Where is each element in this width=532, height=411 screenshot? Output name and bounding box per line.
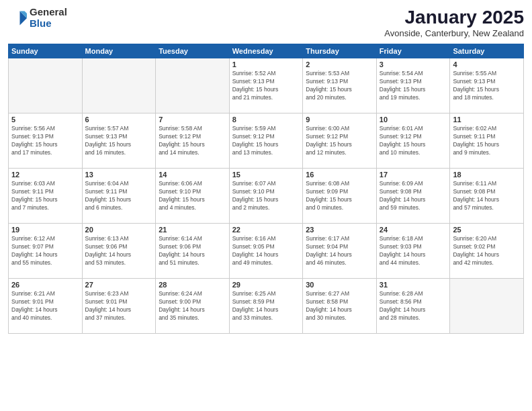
day-number: 21 [159, 226, 226, 234]
day-info: Sunrise: 6:12 AM Sunset: 9:07 PM Dayligh… [11, 235, 79, 267]
day-number: 8 [232, 116, 300, 124]
logo: General Blue [8, 7, 67, 29]
day-info: Sunrise: 5:53 AM Sunset: 9:13 PM Dayligh… [306, 70, 373, 102]
day-number: 27 [85, 281, 153, 289]
calendar-table: SundayMondayTuesdayWednesdayThursdayFrid… [8, 44, 524, 334]
week-row-1: 5Sunrise: 5:56 AM Sunset: 9:13 PM Daylig… [9, 113, 524, 169]
day-number: 15 [232, 171, 300, 179]
day-cell: 8Sunrise: 5:59 AM Sunset: 9:12 PM Daylig… [229, 113, 303, 169]
day-cell [156, 58, 230, 113]
day-number: 7 [159, 116, 226, 124]
day-info: Sunrise: 6:24 AM Sunset: 9:00 PM Dayligh… [159, 290, 226, 322]
day-cell: 19Sunrise: 6:12 AM Sunset: 9:07 PM Dayli… [9, 224, 83, 279]
day-number: 3 [380, 60, 447, 68]
day-cell [450, 279, 524, 334]
day-cell: 13Sunrise: 6:04 AM Sunset: 9:11 PM Dayli… [82, 169, 156, 224]
day-number: 24 [380, 226, 447, 234]
day-number: 26 [11, 281, 79, 289]
day-number: 4 [453, 60, 521, 68]
day-cell: 27Sunrise: 6:23 AM Sunset: 9:01 PM Dayli… [82, 279, 156, 334]
day-cell: 28Sunrise: 6:24 AM Sunset: 9:00 PM Dayli… [156, 279, 230, 334]
day-info: Sunrise: 5:59 AM Sunset: 9:12 PM Dayligh… [232, 125, 300, 157]
day-cell [82, 58, 156, 113]
day-info: Sunrise: 6:08 AM Sunset: 9:09 PM Dayligh… [306, 180, 373, 212]
day-number: 14 [159, 171, 226, 179]
day-cell [9, 58, 83, 113]
day-number: 19 [11, 226, 79, 234]
day-number: 6 [85, 116, 153, 124]
day-number: 5 [11, 116, 79, 124]
weekday-header-row: SundayMondayTuesdayWednesdayThursdayFrid… [9, 44, 524, 58]
day-info: Sunrise: 5:56 AM Sunset: 9:13 PM Dayligh… [11, 125, 79, 157]
logo-blue-text: Blue [30, 18, 67, 30]
day-info: Sunrise: 6:25 AM Sunset: 8:59 PM Dayligh… [232, 290, 300, 322]
day-number: 9 [306, 116, 373, 124]
day-cell: 18Sunrise: 6:11 AM Sunset: 9:08 PM Dayli… [450, 169, 524, 224]
day-number: 13 [85, 171, 153, 179]
day-number: 2 [306, 60, 373, 68]
week-row-3: 19Sunrise: 6:12 AM Sunset: 9:07 PM Dayli… [9, 224, 524, 279]
day-info: Sunrise: 6:18 AM Sunset: 9:03 PM Dayligh… [380, 235, 447, 267]
weekday-header-monday: Monday [82, 44, 156, 58]
day-cell: 15Sunrise: 6:07 AM Sunset: 9:10 PM Dayli… [229, 169, 303, 224]
day-number: 17 [380, 171, 447, 179]
weekday-header-thursday: Thursday [303, 44, 377, 58]
day-info: Sunrise: 6:14 AM Sunset: 9:06 PM Dayligh… [159, 235, 226, 267]
day-info: Sunrise: 6:20 AM Sunset: 9:02 PM Dayligh… [453, 235, 521, 267]
day-number: 10 [380, 116, 447, 124]
day-info: Sunrise: 6:16 AM Sunset: 9:05 PM Dayligh… [232, 235, 300, 267]
day-number: 18 [453, 171, 521, 179]
day-cell: 11Sunrise: 6:02 AM Sunset: 9:11 PM Dayli… [450, 113, 524, 169]
day-info: Sunrise: 5:54 AM Sunset: 9:13 PM Dayligh… [380, 70, 447, 102]
day-cell: 29Sunrise: 6:25 AM Sunset: 8:59 PM Dayli… [229, 279, 303, 334]
day-cell: 2Sunrise: 5:53 AM Sunset: 9:13 PM Daylig… [303, 58, 377, 113]
day-cell: 23Sunrise: 6:17 AM Sunset: 9:04 PM Dayli… [303, 224, 377, 279]
day-cell: 25Sunrise: 6:20 AM Sunset: 9:02 PM Dayli… [450, 224, 524, 279]
page: General Blue January 2025 Avonside, Cant… [0, 0, 532, 411]
day-cell: 26Sunrise: 6:21 AM Sunset: 9:01 PM Dayli… [9, 279, 83, 334]
day-number: 25 [453, 226, 521, 234]
day-info: Sunrise: 6:13 AM Sunset: 9:06 PM Dayligh… [85, 235, 153, 267]
day-number: 29 [232, 281, 300, 289]
day-cell: 12Sunrise: 6:03 AM Sunset: 9:11 PM Dayli… [9, 169, 83, 224]
day-number: 22 [232, 226, 300, 234]
day-cell: 31Sunrise: 6:28 AM Sunset: 8:56 PM Dayli… [376, 279, 450, 334]
day-cell: 7Sunrise: 5:58 AM Sunset: 9:12 PM Daylig… [156, 113, 230, 169]
day-number: 20 [85, 226, 153, 234]
day-info: Sunrise: 6:28 AM Sunset: 8:56 PM Dayligh… [380, 290, 447, 322]
title-block: January 2025 Avonside, Canterbury, New Z… [384, 7, 524, 38]
logo-text: General Blue [30, 7, 67, 29]
weekday-header-friday: Friday [376, 44, 450, 58]
day-cell: 20Sunrise: 6:13 AM Sunset: 9:06 PM Dayli… [82, 224, 156, 279]
week-row-0: 1Sunrise: 5:52 AM Sunset: 9:13 PM Daylig… [9, 58, 524, 113]
day-cell: 17Sunrise: 6:09 AM Sunset: 9:08 PM Dayli… [376, 169, 450, 224]
day-cell: 14Sunrise: 6:06 AM Sunset: 9:10 PM Dayli… [156, 169, 230, 224]
logo-general-text: General [30, 7, 67, 18]
weekday-header-sunday: Sunday [9, 44, 83, 58]
day-number: 16 [306, 171, 373, 179]
day-number: 31 [380, 281, 447, 289]
day-info: Sunrise: 6:01 AM Sunset: 9:12 PM Dayligh… [380, 125, 447, 157]
calendar-title: January 2025 [384, 7, 524, 28]
day-cell: 30Sunrise: 6:27 AM Sunset: 8:58 PM Dayli… [303, 279, 377, 334]
day-number: 28 [159, 281, 226, 289]
day-info: Sunrise: 6:11 AM Sunset: 9:08 PM Dayligh… [453, 180, 521, 212]
day-cell: 6Sunrise: 5:57 AM Sunset: 9:13 PM Daylig… [82, 113, 156, 169]
day-info: Sunrise: 6:03 AM Sunset: 9:11 PM Dayligh… [11, 180, 79, 212]
day-number: 12 [11, 171, 79, 179]
day-number: 1 [232, 60, 300, 68]
day-cell: 16Sunrise: 6:08 AM Sunset: 9:09 PM Dayli… [303, 169, 377, 224]
day-info: Sunrise: 6:09 AM Sunset: 9:08 PM Dayligh… [380, 180, 447, 212]
day-info: Sunrise: 6:02 AM Sunset: 9:11 PM Dayligh… [453, 125, 521, 157]
calendar-subtitle: Avonside, Canterbury, New Zealand [384, 28, 524, 38]
day-cell: 4Sunrise: 5:55 AM Sunset: 9:13 PM Daylig… [450, 58, 524, 113]
weekday-header-tuesday: Tuesday [156, 44, 230, 58]
day-cell: 24Sunrise: 6:18 AM Sunset: 9:03 PM Dayli… [376, 224, 450, 279]
day-info: Sunrise: 5:52 AM Sunset: 9:13 PM Dayligh… [232, 70, 300, 102]
weekday-header-wednesday: Wednesday [229, 44, 303, 58]
day-cell: 1Sunrise: 5:52 AM Sunset: 9:13 PM Daylig… [229, 58, 303, 113]
day-info: Sunrise: 6:21 AM Sunset: 9:01 PM Dayligh… [11, 290, 79, 322]
day-info: Sunrise: 6:23 AM Sunset: 9:01 PM Dayligh… [85, 290, 153, 322]
day-cell: 9Sunrise: 6:00 AM Sunset: 9:12 PM Daylig… [303, 113, 377, 169]
week-row-2: 12Sunrise: 6:03 AM Sunset: 9:11 PM Dayli… [9, 169, 524, 224]
